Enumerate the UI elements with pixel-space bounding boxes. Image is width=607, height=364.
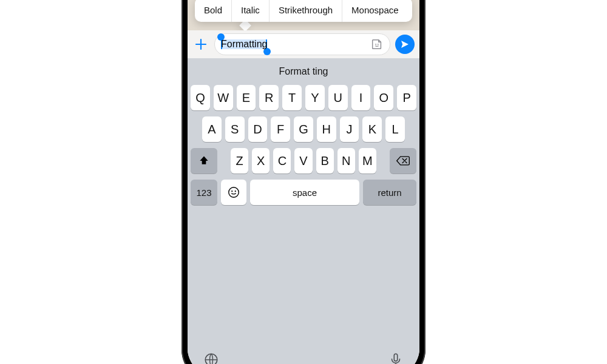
key-e[interactable]: E	[237, 85, 256, 110]
key-o[interactable]: O	[374, 85, 393, 110]
svg-point-3	[231, 190, 232, 192]
key-x[interactable]: X	[252, 148, 270, 174]
key-q[interactable]: Q	[191, 85, 210, 110]
key-i[interactable]: I	[351, 85, 371, 110]
keyboard-globe-button[interactable]	[203, 352, 219, 364]
backspace-icon	[396, 155, 410, 167]
key-k[interactable]: K	[362, 116, 382, 142]
svg-point-2	[229, 187, 239, 198]
key-emoji[interactable]	[221, 180, 246, 205]
format-italic[interactable]: Italic	[232, 0, 270, 22]
key-numbers[interactable]: 123	[191, 180, 217, 205]
key-row-1: Q W E R T Y U I O P	[188, 85, 419, 110]
key-n[interactable]: N	[337, 148, 355, 174]
plus-icon	[194, 37, 208, 52]
shift-icon	[198, 155, 210, 167]
key-f[interactable]: F	[271, 116, 290, 142]
sticker-button[interactable]	[370, 38, 384, 51]
key-space[interactable]: space	[250, 180, 359, 205]
svg-point-1	[378, 44, 379, 45]
message-input-text: Formatting	[221, 39, 267, 49]
format-monospace[interactable]: Monospace	[342, 0, 408, 22]
format-strikethrough[interactable]: Strikethrough	[270, 0, 342, 22]
key-v[interactable]: V	[294, 148, 312, 174]
send-button[interactable]	[395, 35, 415, 54]
svg-point-5	[205, 354, 217, 364]
key-l[interactable]: L	[385, 116, 405, 142]
message-input[interactable]: Formatting	[214, 33, 390, 55]
keyboard-suggestion[interactable]: Format ting	[188, 58, 419, 85]
key-w[interactable]: W	[214, 85, 233, 110]
key-row-2: A S D F G H J K L	[188, 116, 419, 142]
key-backspace[interactable]	[390, 148, 416, 174]
attach-button[interactable]	[192, 36, 209, 53]
key-u[interactable]: U	[328, 85, 348, 110]
text-format-menu: Bold Italic Strikethrough Monospace	[195, 0, 412, 22]
key-g[interactable]: G	[294, 116, 313, 142]
key-r[interactable]: R	[259, 85, 279, 110]
key-c[interactable]: C	[273, 148, 291, 174]
key-m[interactable]: M	[359, 148, 376, 174]
send-icon	[399, 39, 410, 50]
key-d[interactable]: D	[248, 116, 268, 142]
sticker-icon	[370, 38, 384, 51]
message-input-row: Formatting	[188, 30, 419, 58]
svg-point-4	[235, 190, 236, 192]
key-row-3: Z X C V B N M	[188, 148, 419, 174]
key-y[interactable]: Y	[305, 85, 325, 110]
key-a[interactable]: A	[202, 116, 222, 142]
svg-rect-6	[394, 354, 397, 361]
key-b[interactable]: B	[316, 148, 334, 174]
globe-icon	[203, 352, 219, 364]
key-return[interactable]: return	[363, 180, 416, 205]
emoji-icon	[227, 186, 240, 199]
format-bold[interactable]: Bold	[195, 0, 232, 22]
mic-icon	[388, 352, 404, 364]
key-shift[interactable]	[191, 148, 217, 174]
keyboard: Format ting Q W E R T Y U I O P A S D F …	[188, 58, 419, 364]
key-row-4: 123 space return	[188, 180, 419, 205]
key-p[interactable]: P	[397, 85, 416, 110]
key-j[interactable]: J	[340, 116, 359, 142]
svg-point-0	[375, 44, 376, 45]
key-h[interactable]: H	[317, 116, 336, 142]
keyboard-dictation-button[interactable]	[388, 352, 404, 364]
key-s[interactable]: S	[225, 116, 245, 142]
key-t[interactable]: T	[282, 85, 302, 110]
key-z[interactable]: Z	[231, 148, 248, 174]
